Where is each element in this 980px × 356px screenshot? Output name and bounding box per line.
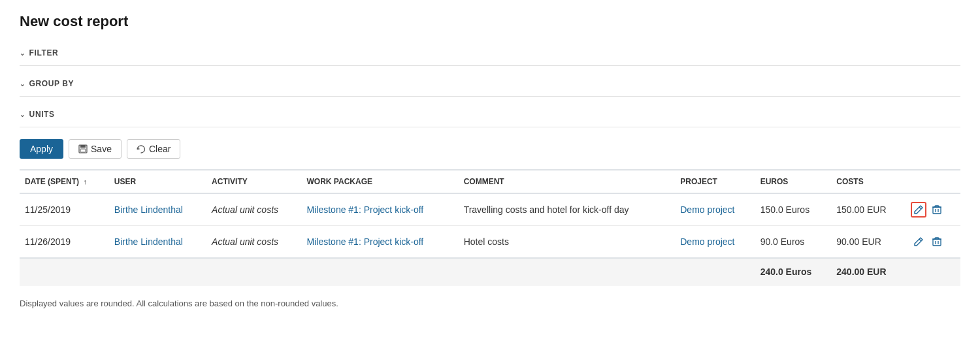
cell-project: Demo project: [675, 193, 755, 226]
table-row: 11/26/2019 Birthe Lindenthal Actual unit…: [20, 226, 960, 259]
cell-work-package: Milestone #1: Project kick-off: [302, 193, 459, 226]
units-label: UNITS: [29, 110, 55, 119]
footer-note: Displayed values are rounded. All calcul…: [20, 299, 960, 308]
cell-actions: [906, 226, 960, 259]
col-header-actions: [906, 170, 960, 193]
svg-rect-3: [933, 207, 941, 214]
save-button[interactable]: Save: [69, 139, 122, 159]
edit-icon: [913, 236, 924, 247]
cell-user: Birthe Lindenthal: [109, 226, 206, 259]
units-chevron-icon: ⌄: [20, 111, 25, 118]
group-by-label: GROUP BY: [29, 79, 74, 88]
cell-actions: [906, 193, 960, 226]
summary-row: 240.0 Euros 240.00 EUR: [20, 258, 960, 285]
group-by-section-header[interactable]: ⌄ GROUP BY: [20, 71, 960, 97]
project-link[interactable]: Demo project: [680, 236, 734, 247]
units-section-header[interactable]: ⌄ UNITS: [20, 102, 960, 127]
group-by-chevron-icon: ⌄: [20, 80, 25, 88]
delete-icon: [932, 204, 942, 215]
page-title: New cost report: [20, 13, 960, 30]
filter-chevron-icon: ⌄: [20, 50, 25, 57]
cell-euros: 90.0 Euros: [755, 226, 832, 259]
col-header-user: USER: [109, 170, 206, 193]
delete-button[interactable]: [929, 202, 945, 218]
col-header-date[interactable]: DATE (SPENT) ↑: [20, 170, 109, 193]
clear-label: Clear: [149, 144, 171, 154]
edit-icon: [913, 204, 924, 215]
svg-rect-2: [80, 149, 86, 152]
cell-activity: Actual unit costs: [206, 226, 301, 259]
svg-rect-1: [80, 145, 86, 148]
action-icons: [911, 234, 955, 250]
cell-comment: Hotel costs: [459, 226, 676, 259]
cell-comment: Travelling costs and hotel for kick-off …: [459, 193, 676, 226]
table-row: 11/25/2019 Birthe Lindenthal Actual unit…: [20, 193, 960, 226]
cell-work-package: Milestone #1: Project kick-off: [302, 226, 459, 259]
edit-button[interactable]: [911, 202, 926, 218]
save-icon: [78, 144, 88, 154]
cell-euros: 150.0 Euros: [755, 193, 832, 226]
col-header-work-package: WORK PACKAGE: [302, 170, 459, 193]
summary-empty: [20, 258, 755, 285]
clear-button[interactable]: Clear: [127, 139, 180, 159]
col-header-activity: ACTIVITY: [206, 170, 301, 193]
cell-date: 11/25/2019: [20, 193, 109, 226]
summary-costs: 240.00 EUR: [831, 258, 906, 285]
edit-button[interactable]: [911, 234, 926, 250]
cost-report-table: DATE (SPENT) ↑ USER ACTIVITY WORK PACKAG…: [20, 169, 960, 285]
user-link[interactable]: Birthe Lindenthal: [114, 204, 183, 215]
col-header-euros: EUROS: [755, 170, 832, 193]
filter-label: FILTER: [29, 48, 59, 57]
filter-section-header[interactable]: ⌄ FILTER: [20, 40, 960, 66]
user-link[interactable]: Birthe Lindenthal: [114, 236, 183, 247]
delete-icon: [932, 236, 942, 247]
col-header-costs: COSTS: [831, 170, 906, 193]
toolbar: Apply Save Clear: [20, 127, 960, 169]
cell-project: Demo project: [675, 226, 755, 259]
sort-icon-date: ↑: [83, 178, 87, 186]
undo-icon: [137, 144, 146, 154]
cell-date: 11/26/2019: [20, 226, 109, 259]
col-header-comment: COMMENT: [459, 170, 676, 193]
work-package-link[interactable]: Milestone #1: Project kick-off: [307, 236, 424, 247]
cell-user: Birthe Lindenthal: [109, 193, 206, 226]
col-header-project: PROJECT: [675, 170, 755, 193]
table-header-row: DATE (SPENT) ↑ USER ACTIVITY WORK PACKAG…: [20, 170, 960, 193]
delete-button[interactable]: [929, 234, 945, 250]
project-link[interactable]: Demo project: [680, 204, 734, 215]
summary-euros: 240.0 Euros: [755, 258, 832, 285]
apply-button[interactable]: Apply: [20, 139, 63, 159]
cell-activity: Actual unit costs: [206, 193, 301, 226]
work-package-link[interactable]: Milestone #1: Project kick-off: [307, 204, 424, 215]
save-label: Save: [91, 144, 112, 154]
cell-costs: 150.00 EUR: [831, 193, 906, 226]
svg-rect-7: [933, 239, 941, 246]
cell-costs: 90.00 EUR: [831, 226, 906, 259]
action-icons: [911, 202, 955, 218]
summary-actions-empty: [906, 258, 960, 285]
